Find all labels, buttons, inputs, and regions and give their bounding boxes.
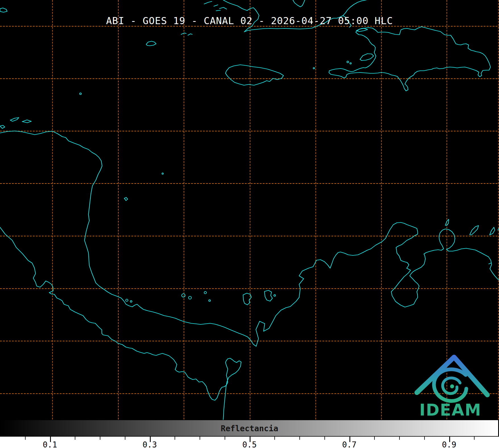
ideam-mountain-icon	[417, 357, 487, 401]
cayemites-islet2	[350, 63, 351, 64]
island-b	[264, 290, 272, 301]
colorbar-label: Reflectancia	[1, 424, 498, 433]
grand-cayman-island	[146, 41, 156, 46]
tortue-island	[356, 28, 368, 32]
colorbar-minor-tick	[274, 437, 275, 440]
colorbar-minor-tick	[25, 437, 26, 440]
colorbar-tick-label: 0.7	[332, 440, 367, 448]
colorbar-minor-tick	[424, 437, 425, 440]
miskito-cays	[0, 118, 31, 128]
colorbar-minor-tick	[374, 437, 375, 440]
coastline-hispaniola	[329, 27, 490, 91]
ideam-spiral-center	[450, 384, 454, 388]
ideam-logo-text: IDEAM	[419, 401, 481, 419]
colorbar-minor-tick	[299, 437, 300, 440]
caribbean-islet2	[189, 296, 191, 299]
coastline-cuba-bay	[293, 0, 305, 7]
colorbar-minor-tick	[100, 437, 100, 440]
colorbar-minor-tick	[125, 437, 125, 440]
colorbar-tick-label: 0.5	[233, 440, 267, 448]
coastline-pacific	[0, 227, 241, 420]
satellite-image-viewer: ABI - GOES 19 - CANAL 02 - 2026-04-27 05…	[0, 0, 499, 448]
colorbar-minor-tick	[225, 437, 225, 440]
caribbean-islet4	[209, 300, 210, 301]
little-cayman-islands	[181, 33, 192, 35]
caribbean-islet3	[204, 291, 206, 294]
coastline-caribbean-mainland	[0, 131, 499, 346]
curacao-island	[470, 226, 479, 235]
colorbar-minor-tick	[200, 437, 200, 440]
cayemites-islet	[347, 61, 349, 63]
coastline-cuba-north	[343, 0, 366, 16]
bonaire-island	[490, 227, 495, 235]
islet-squiggle	[124, 197, 128, 201]
colorbar-minor-tick	[399, 437, 400, 440]
colorbar-tick-label: 0.3	[133, 440, 167, 448]
bocas-islet	[126, 299, 128, 301]
islet-dot	[80, 93, 81, 95]
coastline-jamaica	[225, 65, 283, 85]
ideam-logo: IDEAM	[409, 352, 499, 420]
colorbar-minor-tick	[324, 437, 325, 440]
caribbean-islet	[182, 294, 185, 297]
colorbar-tick-label: 0.9	[432, 440, 466, 448]
colorbar-axis: 0.10.30.50.70.9	[0, 437, 499, 448]
reflectance-colorbar: Reflectancia	[1, 420, 498, 437]
map-title: ABI - GOES 19 - CANAL 02 - 2026-04-27 05…	[0, 15, 499, 26]
colorbar-minor-tick	[474, 437, 475, 440]
cuba-cays	[204, 1, 227, 11]
colorbar-minor-tick	[75, 437, 75, 440]
gonave-island	[360, 54, 374, 61]
colorbar-minor-tick	[175, 437, 175, 440]
edge-fragment-topleft	[0, 8, 7, 12]
island-dot	[274, 295, 276, 296]
navassa-island	[313, 68, 315, 69]
bocas-islet2	[130, 301, 132, 302]
colorbar-tick-label: 0.1	[33, 440, 67, 448]
islet-dot2	[162, 173, 163, 174]
